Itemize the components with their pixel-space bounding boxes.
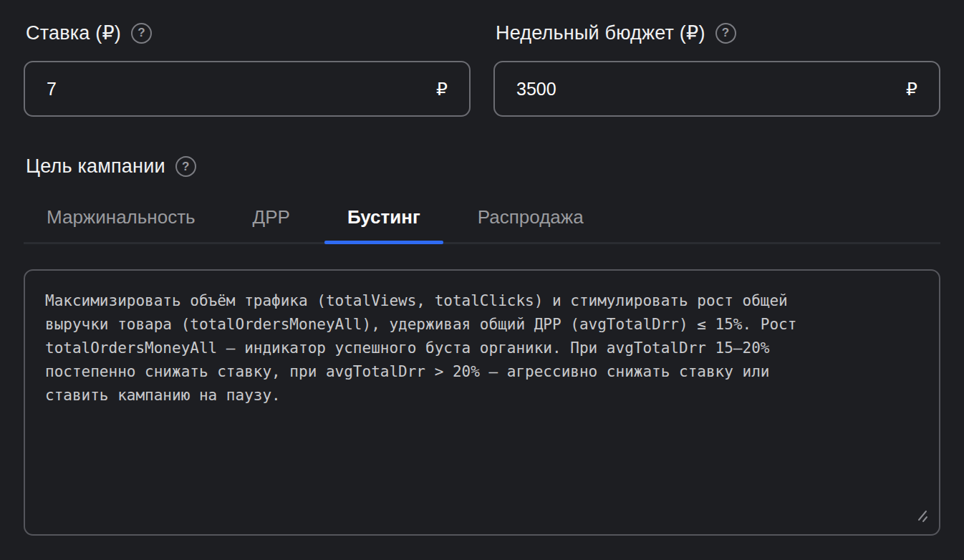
weekly-budget-input[interactable]: [516, 79, 897, 100]
help-icon[interactable]: ?: [175, 156, 196, 177]
bid-label: Ставка (₽): [26, 21, 121, 44]
ruble-suffix: ₽: [436, 79, 448, 100]
tab-marginality[interactable]: Маржинальность: [24, 198, 218, 242]
tab-drr[interactable]: ДРР: [230, 198, 313, 242]
help-icon[interactable]: ?: [715, 23, 736, 44]
campaign-goal-label-row: Цель кампании ?: [26, 155, 940, 178]
bid-input[interactable]: [47, 79, 428, 100]
help-icon[interactable]: ?: [131, 23, 152, 44]
tab-sale[interactable]: Распродажа: [455, 198, 607, 242]
weekly-budget-field-group: Недельный бюджет (₽) ? ₽: [493, 21, 940, 117]
campaign-goal-tabs: Маржинальность ДРР Бустинг Распродажа: [24, 198, 940, 244]
campaign-goal-label: Цель кампании: [26, 155, 165, 178]
bid-budget-row: Ставка (₽) ? ₽ Недельный бюджет (₽) ? ₽: [24, 21, 940, 117]
weekly-budget-label: Недельный бюджет (₽): [496, 21, 705, 44]
weekly-budget-input-box: ₽: [493, 61, 940, 117]
bid-field-group: Ставка (₽) ? ₽: [24, 21, 471, 117]
bid-input-box: ₽: [24, 61, 471, 117]
ruble-suffix: ₽: [906, 79, 917, 100]
goal-description-textarea[interactable]: Максимизировать объём трафика (totalView…: [24, 269, 940, 536]
tab-boosting[interactable]: Бустинг: [324, 198, 443, 242]
weekly-budget-label-row: Недельный бюджет (₽) ?: [496, 21, 940, 44]
campaign-goal-section: Цель кампании ? Маржинальность ДРР Бусти…: [24, 155, 940, 536]
bid-label-row: Ставка (₽) ?: [26, 21, 471, 44]
goal-description-wrap: Максимизировать объём трафика (totalView…: [24, 269, 940, 536]
